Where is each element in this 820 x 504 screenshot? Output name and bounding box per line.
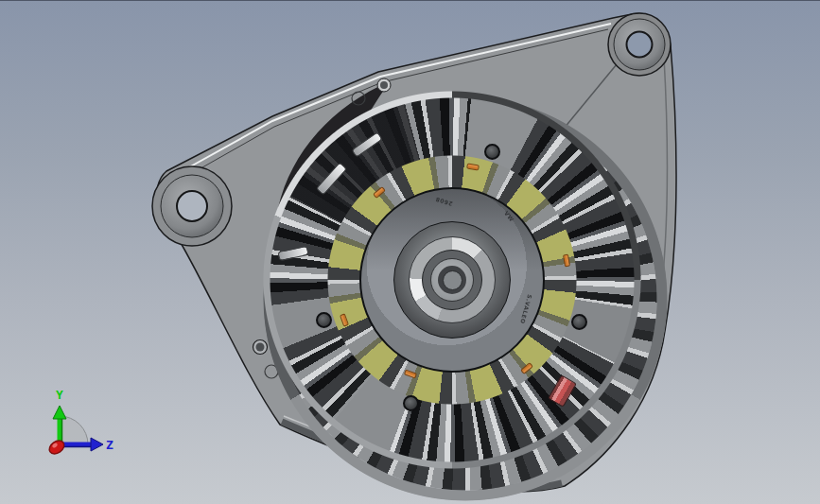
bolt-left-core (256, 343, 265, 352)
y-axis-label: Y (56, 388, 63, 402)
engraving-code: 2608 (435, 196, 454, 206)
housing-screw (484, 144, 500, 160)
triad-sector (60, 416, 88, 444)
shaft-end (443, 270, 462, 290)
ear-top-hole (627, 32, 653, 58)
ear-left-hole (177, 191, 207, 221)
z-axis-label: Z (106, 438, 113, 452)
y-axis-head[interactable] (53, 406, 66, 419)
housing-screw (316, 312, 332, 328)
orientation-triad[interactable]: Y Z (19, 378, 123, 468)
housing-screw (403, 395, 419, 411)
pulley-hub (393, 221, 511, 339)
housing-screw (571, 314, 587, 330)
z-axis-head[interactable] (91, 438, 103, 451)
cad-viewport[interactable]: 2608 VW S.VALEO Y Z (0, 0, 820, 504)
bolt-top-core (380, 81, 388, 89)
engraving-brand: S.VALEO (519, 294, 532, 324)
